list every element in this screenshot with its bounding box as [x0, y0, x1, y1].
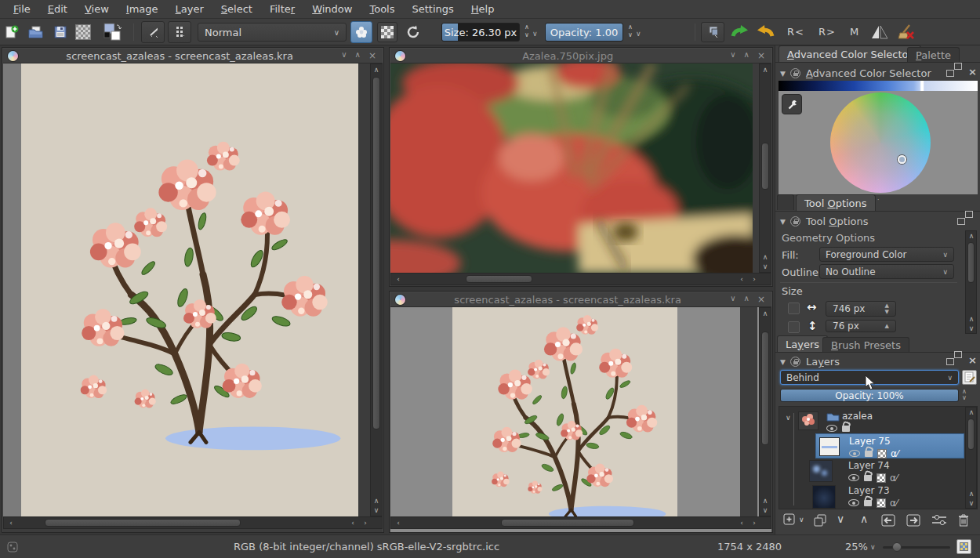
document-window-3[interactable]: screencast_azaleas - screencast_azaleas.…: [389, 291, 773, 533]
layer-row-75[interactable]: Layer 75 α⁄: [815, 433, 964, 458]
window1-titlebar[interactable]: screencast_azaleas - screencast_azaleas.…: [3, 49, 383, 63]
tab-brush-presets[interactable]: Brush Presets: [822, 337, 909, 352]
scroll-up-icon[interactable]: ∧: [371, 66, 382, 74]
scroll-handle[interactable]: [967, 418, 975, 450]
expand-chevron-icon[interactable]: ∨: [786, 414, 791, 422]
scroll-left-icon[interactable]: ‹: [347, 519, 358, 527]
layer-flags[interactable]: α⁄: [849, 447, 898, 459]
scroll-up-icon[interactable]: ∧: [371, 497, 382, 505]
alpha-checker-icon[interactable]: [877, 449, 887, 458]
restore-icon[interactable]: ∨: [341, 50, 347, 61]
reset-all-button[interactable]: [895, 22, 917, 42]
scroll-up-icon[interactable]: ∧: [760, 497, 771, 505]
window1-viewport[interactable]: ∧ ∧ ∨ ‹ ‹ ›: [3, 63, 383, 532]
undo-button[interactable]: [754, 22, 776, 42]
scroll-down-icon[interactable]: ∨: [760, 506, 771, 514]
mirror-mode-button[interactable]: M: [850, 26, 859, 38]
delete-layer-button[interactable]: [957, 513, 970, 530]
lock-docker-icon[interactable]: [790, 68, 800, 78]
rotate-canvas-left-button[interactable]: R<: [787, 26, 804, 38]
layer-filter-button[interactable]: [962, 370, 977, 385]
menu-settings[interactable]: Settings: [403, 1, 462, 17]
layers-list[interactable]: ∨ azalea Layer 75 α⁄: [779, 406, 978, 509]
menu-window[interactable]: Window: [303, 1, 361, 17]
width-lock-checkbox[interactable]: [788, 303, 800, 314]
color-docker-header[interactable]: ▼ Advanced Color Selector: [780, 67, 931, 79]
move-layer-right-button[interactable]: [906, 513, 921, 530]
alpha-inherit-icon[interactable]: α⁄: [890, 498, 898, 509]
menu-layer[interactable]: Layer: [167, 1, 212, 17]
color-wheel-area[interactable]: [779, 91, 978, 194]
gradient-pattern-button[interactable]: [75, 22, 91, 42]
zoom-level-value[interactable]: 25%: [845, 541, 868, 553]
window3-viewport[interactable]: ∧ ∧ ∨ ‹ ‹ ›: [390, 307, 771, 532]
outline-combobox[interactable]: No Outline∨: [819, 264, 954, 279]
scroll-handle[interactable]: [501, 519, 634, 527]
menu-edit[interactable]: Edit: [39, 1, 76, 17]
layer-row-73[interactable]: Layer 73 α⁄: [815, 484, 964, 509]
tab-advanced-color-selector[interactable]: Advanced Color Selector: [779, 45, 921, 62]
restore-icon[interactable]: ∨: [730, 294, 735, 305]
layer-opacity-slider[interactable]: Opacity: 100%: [780, 389, 959, 402]
size-options-chevron[interactable]: ∨: [532, 30, 538, 38]
workspace-chooser-button[interactable]: [701, 22, 724, 42]
close-icon[interactable]: ×: [757, 294, 765, 305]
height-spinbox[interactable]: 76 px ▲: [826, 320, 896, 332]
layer-lock-icon[interactable]: [842, 426, 850, 432]
visibility-eye-icon[interactable]: [826, 425, 837, 432]
fill-combobox[interactable]: Foreground Color∨: [819, 247, 954, 262]
tab-tool-options[interactable]: Tool Options: [796, 194, 876, 211]
visibility-eye-icon[interactable]: [849, 450, 860, 457]
document-window-1[interactable]: screencast_azaleas - screencast_azaleas.…: [2, 47, 384, 533]
layer-row-azalea[interactable]: ∨ azalea: [779, 408, 964, 433]
layer-lock-icon[interactable]: [864, 475, 872, 481]
tab-layers[interactable]: Layers: [777, 335, 828, 352]
window1-vscrollbar[interactable]: ∧ ∧ ∨: [370, 63, 383, 516]
opacity-slider[interactable]: Opacity: 1.00: [545, 23, 623, 42]
document-window-2[interactable]: Azalea.750pix.jpg ∨∧×: [389, 47, 773, 287]
opacity-options-chevron[interactable]: ∨: [636, 30, 641, 38]
layer-flags[interactable]: α⁄: [848, 472, 898, 484]
color-wheel[interactable]: [830, 92, 931, 193]
add-layer-chevron[interactable]: ∨: [799, 516, 804, 524]
freehand-tool-button[interactable]: [141, 21, 165, 43]
layer-flags[interactable]: [826, 422, 850, 433]
selector-settings-button[interactable]: [782, 94, 802, 114]
alpha-checker-icon[interactable]: [877, 473, 886, 483]
canvas-only-mode-button[interactable]: [956, 539, 971, 554]
scroll-right-icon[interactable]: ›: [749, 519, 760, 527]
close-icon[interactable]: ×: [757, 50, 765, 61]
zoom-slider-handle[interactable]: [892, 542, 902, 552]
shade-selector-strip[interactable]: [779, 81, 978, 91]
layers-docker-header[interactable]: ▼ Layers: [780, 356, 840, 368]
window1-hscrollbar[interactable]: ‹ ‹ ›: [3, 516, 383, 529]
scroll-handle[interactable]: [761, 143, 769, 190]
scroll-left-icon[interactable]: ‹: [5, 519, 16, 527]
scroll-left-icon[interactable]: ‹: [393, 275, 404, 283]
menu-view[interactable]: View: [76, 1, 118, 17]
open-document-button[interactable]: [28, 22, 42, 42]
opacity-spin-buttons[interactable]: ∧∨: [626, 24, 635, 41]
visibility-eye-icon[interactable]: [848, 499, 859, 506]
menu-select[interactable]: Select: [212, 1, 261, 17]
visibility-eye-icon[interactable]: [848, 474, 859, 481]
scroll-up-icon[interactable]: ∧: [966, 315, 977, 323]
scroll-up-icon[interactable]: ∧: [760, 310, 771, 317]
collapse-triangle-icon[interactable]: ▼: [780, 358, 786, 366]
scroll-up-icon[interactable]: ∧: [760, 253, 771, 261]
scroll-down-icon[interactable]: ∨: [371, 506, 382, 514]
window3-titlebar[interactable]: screencast_azaleas - screencast_azaleas.…: [390, 292, 771, 307]
new-document-button[interactable]: [5, 22, 19, 42]
layer-lock-icon[interactable]: [865, 451, 873, 457]
spin-arrows-icon[interactable]: ▲: [885, 323, 889, 329]
canvas-1[interactable]: [21, 63, 358, 516]
window2-vscrollbar[interactable]: ∧ ∧ ∨: [759, 63, 771, 273]
scroll-handle[interactable]: [967, 242, 975, 283]
add-layer-button[interactable]: [783, 513, 796, 528]
layer-lock-icon[interactable]: [864, 500, 872, 506]
scroll-right-icon[interactable]: ›: [360, 519, 371, 527]
tab-palette[interactable]: Palette: [907, 47, 960, 62]
scroll-left-icon[interactable]: ‹: [736, 519, 747, 527]
window2-hscrollbar[interactable]: ‹ ‹ ›: [390, 273, 771, 285]
duplicate-layer-button[interactable]: [813, 513, 827, 530]
